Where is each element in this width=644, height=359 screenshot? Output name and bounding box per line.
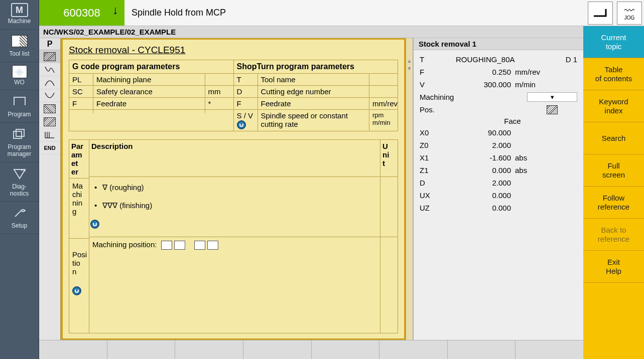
z0-value[interactable]: 2.000 xyxy=(456,141,514,149)
form-row-z0: Z02.000 xyxy=(420,139,577,151)
z1-value[interactable]: 0.000 xyxy=(456,166,514,174)
center-column: Stock removal - CYCLE951 G code program … xyxy=(61,38,413,340)
menu-exit-help[interactable]: Exit Help xyxy=(583,251,644,283)
form-row-z1: Z10.000abs xyxy=(420,164,577,176)
shop-head: ShopTurn program parameters xyxy=(234,60,398,74)
menu-current-topic[interactable]: Current topic xyxy=(583,26,644,58)
menu-full-screen[interactable]: Full screen xyxy=(583,154,644,187)
sidebar-item-label: WO xyxy=(14,79,25,86)
sidebar-item-program-manager[interactable]: Program manager xyxy=(0,123,39,162)
sidebar-item-setup[interactable]: Setup xyxy=(0,202,39,234)
sidebar-item-label: Tool list xyxy=(9,51,29,58)
pos-icon-3 xyxy=(194,241,205,250)
gcode-param-table: G code program parameters PLMachining pl… xyxy=(69,60,233,131)
position-icons xyxy=(161,241,218,250)
toggle-icon xyxy=(72,286,81,295)
x0-value[interactable]: 90.000 xyxy=(456,128,514,137)
scroll-indicator[interactable]: ▲ ▼ xyxy=(406,38,413,340)
pos-icon-4 xyxy=(207,241,218,250)
toggle-icon xyxy=(237,120,246,129)
ux-value[interactable]: 0.000 xyxy=(456,191,514,200)
tool-name-value[interactable]: ROUGHING_80A xyxy=(456,55,566,64)
sidebar-item-wo[interactable]: ◈ WO xyxy=(0,62,39,91)
shopturn-param-table: ShopTurn program parameters TTool name D… xyxy=(233,60,398,131)
svg-rect-0 xyxy=(14,131,22,138)
desc-head-description: Description xyxy=(89,140,380,177)
form-row-machining: Machining ▾ xyxy=(420,91,577,103)
program-manager-icon xyxy=(10,126,30,143)
x1-value[interactable]: -1.600 xyxy=(456,153,514,162)
d-value[interactable]: 2.000 xyxy=(456,178,514,187)
softkey-1[interactable] xyxy=(39,340,107,359)
speed-value[interactable]: 300.000 xyxy=(456,80,514,89)
softkey-2[interactable] xyxy=(107,340,176,359)
svg-rect-1 xyxy=(16,129,24,136)
program-step[interactable] xyxy=(39,50,60,63)
sidebar-item-label: Program xyxy=(8,111,31,118)
wo-icon: ◈ xyxy=(12,65,27,78)
diagnostics-icon xyxy=(10,165,30,183)
sidebar-item-machine[interactable]: M Machine xyxy=(0,0,39,30)
description-table: Par am et er Ma chi nin g Posi tio n Des… xyxy=(69,139,398,333)
uz-value[interactable]: 0.000 xyxy=(456,204,514,212)
sidebar-item-label: Setup xyxy=(12,223,27,230)
desc-row-machining: Ma chi nin g xyxy=(69,178,89,239)
sidebar-item-diagnostics[interactable]: Diag- nostics xyxy=(0,162,39,202)
sidebar-item-program[interactable]: Program xyxy=(0,90,39,123)
softkey-8[interactable] xyxy=(516,340,583,359)
program-path: NC/WKS/02_EXAMPLE/02_EXAMPLE xyxy=(39,26,583,38)
jog-mode[interactable]: 〰 JOG xyxy=(617,2,642,25)
scroll-up-icon: ▲ xyxy=(407,58,412,64)
sidebar-item-label: Machine xyxy=(8,18,31,25)
machine-icon: M xyxy=(11,3,28,17)
sidebar-item-toollist[interactable]: Tool list xyxy=(0,30,39,62)
toollist-icon xyxy=(10,33,30,50)
menu-back-to-reference: Back to reference xyxy=(583,219,644,251)
pos-icon-selector[interactable] xyxy=(527,105,577,114)
jog-label: JOG xyxy=(624,16,635,21)
desc-head-unit: U ni t xyxy=(380,140,398,177)
desc-machining-content: ∇ (roughing) ∇∇∇ (finishing) xyxy=(89,177,380,237)
program-step[interactable] xyxy=(39,115,60,128)
form-row-uz: UZ0.000 xyxy=(420,202,577,214)
program-step[interactable] xyxy=(39,102,60,115)
program-step[interactable] xyxy=(39,76,60,89)
menu-table-of-contents[interactable]: Table of contents xyxy=(583,58,644,90)
pos-icon-2 xyxy=(174,241,185,250)
right-softkey-menu: Current topic Table of contents Keyword … xyxy=(583,26,644,359)
status-code[interactable]: 600308 ↓ xyxy=(39,0,124,26)
top-bar: 600308 ↓ Spindle Hold from MCP 〰 JOG xyxy=(39,0,644,26)
content-row: NC/WKS/02_EXAMPLE/02_EXAMPLE P END xyxy=(39,26,644,359)
softkey-3[interactable] xyxy=(175,340,243,359)
program-step[interactable] xyxy=(39,63,60,76)
program-col-head: P xyxy=(39,38,60,50)
d-number[interactable]: D 1 xyxy=(566,55,577,64)
feedrate-value[interactable]: 0.250 xyxy=(456,68,514,76)
program-step-end[interactable]: END xyxy=(39,141,60,154)
program-step[interactable] xyxy=(39,89,60,102)
softkey-6[interactable] xyxy=(379,340,448,359)
softkey-5[interactable] xyxy=(312,340,380,359)
form-row-x1: X1-1.600abs xyxy=(420,151,577,164)
machining-dropdown[interactable]: ▾ xyxy=(527,92,577,102)
softkey-4[interactable] xyxy=(243,340,312,359)
desc-row-position: Posi tio n xyxy=(69,239,89,298)
menu-follow-reference[interactable]: Follow reference xyxy=(583,187,644,219)
main: 600308 ↓ Spindle Hold from MCP 〰 JOG NC/… xyxy=(39,0,644,359)
left-sidebar: M Machine Tool list ◈ WO Program Program… xyxy=(0,0,39,359)
face-label: Face xyxy=(448,117,577,125)
form-row-v: V 300.000 m/min xyxy=(420,78,577,91)
softkey-7[interactable] xyxy=(448,340,516,359)
parameter-tables: G code program parameters PLMachining pl… xyxy=(69,60,398,131)
desc-position-content: Machining position: xyxy=(89,237,380,253)
return-icon[interactable] xyxy=(588,2,613,25)
menu-search[interactable]: Search xyxy=(583,122,644,154)
status-code-value: 600308 xyxy=(63,7,100,20)
top-right-icons: 〰 JOG xyxy=(588,0,644,26)
desc-head-param: Par am et er xyxy=(69,140,89,178)
menu-keyword-index[interactable]: Keyword index xyxy=(583,90,644,122)
form-row-t: T ROUGHING_80A D 1 xyxy=(420,53,577,66)
program-step[interactable] xyxy=(39,128,60,141)
wrench-icon xyxy=(10,205,30,222)
form-row-d: D2.000 xyxy=(420,176,577,189)
